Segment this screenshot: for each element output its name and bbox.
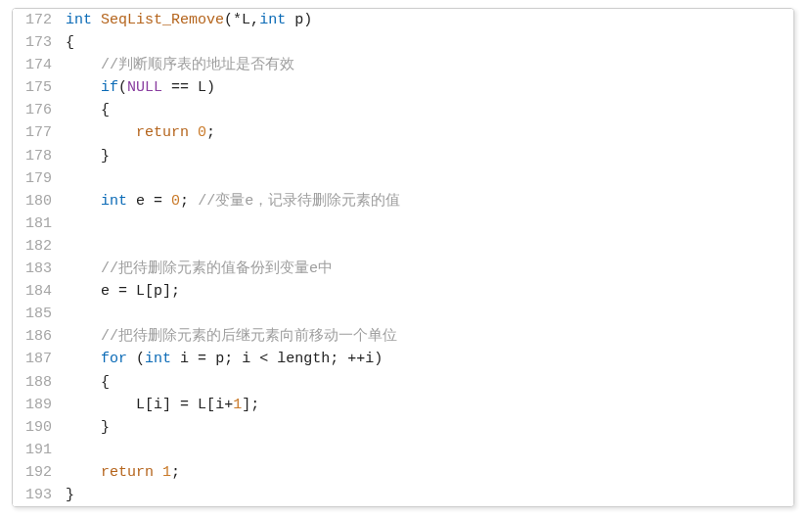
token-op: * (233, 12, 242, 28)
line-number: 185 (13, 303, 52, 325)
token-num: 1 (162, 464, 171, 481)
token-punct: ] (162, 283, 171, 300)
line-number: 173 (13, 31, 52, 54)
token-op (171, 351, 180, 367)
code-content: { (66, 99, 793, 121)
token-ident: p (215, 351, 224, 367)
token-ident: L (242, 12, 250, 28)
token-punct: } (66, 487, 74, 503)
token-punct: ) (374, 351, 383, 367)
code-line: 181 (13, 212, 793, 235)
line-number: 189 (13, 394, 52, 416)
code-content: { (66, 31, 793, 54)
code-content: int e = 0; //变量e，记录待删除元素的值 (66, 190, 793, 212)
indent (66, 351, 101, 367)
token-punct: [ (145, 397, 154, 413)
line-number: 180 (13, 190, 52, 212)
token-op: = (189, 351, 215, 367)
token-kw: int (66, 12, 92, 28)
token-num: 0 (198, 124, 206, 141)
line-number: 187 (13, 348, 52, 370)
token-op (92, 12, 101, 28)
code-line: 179 (13, 167, 793, 190)
token-ident: e (136, 193, 145, 210)
token-op (127, 351, 136, 367)
token-op (127, 193, 136, 210)
code-line: 185 (13, 303, 793, 325)
token-ret: return (101, 464, 154, 481)
token-punct: { (66, 34, 74, 51)
line-number: 184 (13, 280, 52, 303)
token-punct: , (250, 12, 259, 28)
token-op (233, 351, 242, 367)
token-punct: ] (242, 397, 250, 413)
code-line: 188 { (13, 371, 793, 394)
token-punct: } (101, 419, 110, 436)
token-op (154, 464, 162, 481)
token-op (286, 12, 294, 28)
token-punct: { (101, 102, 110, 118)
token-punct: ] (162, 397, 171, 413)
token-punct: } (101, 148, 110, 165)
indent (66, 260, 101, 277)
token-cmt: //判断顺序表的地址是否有效 (101, 57, 294, 73)
token-ident: p (294, 12, 303, 28)
code-snippet-frame: 172int SeqList_Remove(*L,int p)173{174 /… (12, 8, 794, 507)
code-lines: 172int SeqList_Remove(*L,int p)173{174 /… (13, 9, 793, 506)
indent (66, 283, 101, 300)
code-line: 187 for (int i = p; i < length; ++i) (13, 348, 793, 370)
token-null: NULL (127, 79, 162, 96)
token-ident: L (136, 283, 145, 300)
token-num: 1 (233, 397, 242, 413)
token-op: = (145, 193, 171, 210)
token-ident: L (198, 79, 206, 96)
code-content: return 0; (66, 121, 793, 144)
token-op (189, 193, 198, 210)
line-number: 188 (13, 371, 52, 394)
code-line: 191 (13, 439, 793, 461)
token-op (189, 124, 198, 141)
code-content: { (66, 371, 793, 394)
token-ident: length (277, 351, 330, 367)
code-line: 190 } (13, 416, 793, 439)
code-line: 175 if(NULL == L) (13, 76, 793, 99)
token-kw: if (101, 79, 118, 96)
code-content: //把待删除元素的后继元素向前移动一个单位 (66, 325, 793, 348)
code-line: 174 //判断顺序表的地址是否有效 (13, 54, 793, 76)
token-punct: ; (224, 351, 233, 367)
code-content: } (66, 145, 793, 167)
token-op: + (224, 397, 233, 413)
token-ident: i (365, 351, 374, 367)
token-num: 0 (171, 193, 180, 210)
indent (66, 397, 136, 413)
token-punct: ( (118, 79, 127, 96)
line-number: 183 (13, 258, 52, 280)
line-number: 177 (13, 121, 52, 144)
indent (66, 193, 101, 210)
indent (66, 124, 136, 141)
code-content: } (66, 484, 793, 506)
code-content: e = L[p]; (66, 280, 793, 303)
code-content: for (int i = p; i < length; ++i) (66, 348, 793, 370)
line-number: 186 (13, 325, 52, 348)
token-cmt: //把待删除元素的值备份到变量e中 (101, 260, 333, 277)
code-content: L[i] = L[i+1]; (66, 394, 793, 416)
line-number: 172 (13, 9, 52, 31)
token-ident: i (154, 397, 162, 413)
code-area: 172int SeqList_Remove(*L,int p)173{174 /… (13, 9, 793, 506)
code-content: } (66, 416, 793, 439)
token-ident: p (154, 283, 162, 300)
token-ident: L (136, 397, 145, 413)
token-ident: i (242, 351, 250, 367)
token-op: == (162, 79, 198, 96)
token-punct: ( (224, 12, 233, 28)
token-kw: int (259, 12, 286, 28)
indent (66, 374, 101, 391)
code-content: //把待删除元素的值备份到变量e中 (66, 258, 793, 280)
line-number: 178 (13, 145, 52, 167)
line-number: 179 (13, 167, 52, 190)
code-content: //判断顺序表的地址是否有效 (66, 54, 793, 76)
token-punct: ( (136, 351, 145, 367)
token-ret: return (136, 124, 189, 141)
token-op: < (250, 351, 277, 367)
